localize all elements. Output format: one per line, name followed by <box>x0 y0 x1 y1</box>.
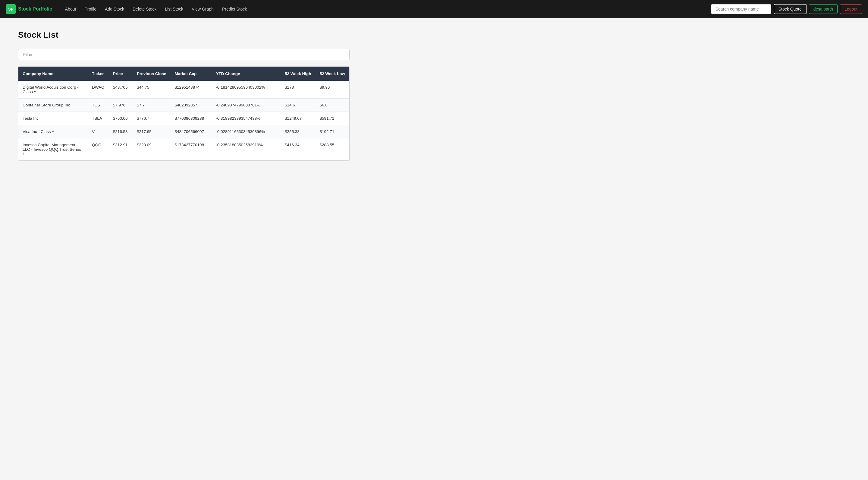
col-header-price: Price <box>109 67 133 81</box>
col-header-company-name: Company Name <box>19 67 88 81</box>
brand-logo-link[interactable]: SP Stock Portfolio <box>6 4 53 14</box>
search-input[interactable] <box>711 4 771 14</box>
table-row: Container Store Group IncTCS$7.976$7.7$4… <box>19 98 349 112</box>
cell-company: Container Store Group Inc <box>19 98 88 112</box>
col-header-52-week-high: 52 Week High <box>281 67 315 81</box>
nav-link-list-stock[interactable]: List Stock <box>161 4 187 14</box>
cell-prev-close: $776.7 <box>133 112 170 125</box>
col-header-market-cap: Market Cap <box>170 67 212 81</box>
navbar: SP Stock Portfolio About Profile Add Sto… <box>0 0 868 18</box>
cell-ytd-change: -0.3189823893547438% <box>212 112 281 125</box>
cell-market-cap: $173427770198 <box>170 139 212 161</box>
cell-52-week-low: $9.96 <box>315 81 349 98</box>
cell-ytd-change: -0.2489374799038781% <box>212 98 281 112</box>
stock-table: Company Name Ticker Price Previous Close… <box>19 67 349 160</box>
filter-container <box>18 49 850 60</box>
nav-link-predict-stock[interactable]: Predict Stock <box>218 4 250 14</box>
cell-market-cap: $770386309288 <box>170 112 212 125</box>
cell-52-week-high: $1249.07 <box>281 112 315 125</box>
nav-link-add-stock[interactable]: Add Stock <box>101 4 128 14</box>
cell-price: $312.91 <box>109 139 133 161</box>
col-header-52-week-low: 52 Week Low <box>315 67 349 81</box>
cell-price: $7.976 <box>109 98 133 112</box>
table-header-row: Company Name Ticker Price Previous Close… <box>19 67 349 81</box>
page-title: Stock List <box>18 30 850 40</box>
cell-52-week-high: $178 <box>281 81 315 98</box>
cell-market-cap: $484706566097 <box>170 125 212 139</box>
cell-price: $216.58 <box>109 125 133 139</box>
main-content: Stock List Company Name Ticker Price Pre… <box>0 18 868 480</box>
cell-52-week-high: $416.34 <box>281 139 315 161</box>
stock-quote-button[interactable]: Stock Quote <box>774 4 807 14</box>
cell-prev-close: $323.09 <box>133 139 170 161</box>
cell-52-week-low: $192.71 <box>315 125 349 139</box>
cell-ytd-change: -0.181428695596403002% <box>212 81 281 98</box>
username-button[interactable]: desaiparth <box>809 4 838 14</box>
cell-52-week-high: $255.38 <box>281 125 315 139</box>
cell-ticker: TCS <box>88 98 109 112</box>
cell-market-cap: $1295143874 <box>170 81 212 98</box>
cell-ticker: TSLA <box>88 112 109 125</box>
filter-input[interactable] <box>18 49 350 60</box>
cell-ytd-change: -0.028911663034530896% <box>212 125 281 139</box>
table-row: Tesla IncTSLA$750.06$776.7$770386309288-… <box>19 112 349 125</box>
table-row: Digital World Acquisition Corp - Class A… <box>19 81 349 98</box>
cell-company: Invesco Capital Management LLC - Invesco… <box>19 139 88 161</box>
nav-links: About Profile Add Stock Delete Stock Lis… <box>61 4 711 14</box>
cell-price: $750.06 <box>109 112 133 125</box>
nav-link-view-graph[interactable]: View Graph <box>188 4 217 14</box>
table-body: Digital World Acquisition Corp - Class A… <box>19 81 349 160</box>
cell-ticker: V <box>88 125 109 139</box>
cell-ytd-change: -0.23581803502582910% <box>212 139 281 161</box>
cell-prev-close: $44.75 <box>133 81 170 98</box>
nav-link-about[interactable]: About <box>61 4 80 14</box>
cell-prev-close: $7.7 <box>133 98 170 112</box>
table-row: Visa Inc - Class AV$216.58$217.65$484706… <box>19 125 349 139</box>
navbar-right: Stock Quote desaiparth Logout <box>711 4 862 14</box>
col-header-previous-close: Previous Close <box>133 67 170 81</box>
brand-logo: SP <box>6 4 16 14</box>
cell-52-week-low: $288.55 <box>315 139 349 161</box>
cell-company: Visa Inc - Class A <box>19 125 88 139</box>
cell-52-week-low: $591.71 <box>315 112 349 125</box>
cell-company: Digital World Acquisition Corp - Class A <box>19 81 88 98</box>
table-row: Invesco Capital Management LLC - Invesco… <box>19 139 349 161</box>
nav-link-delete-stock[interactable]: Delete Stock <box>129 4 160 14</box>
cell-52-week-high: $14.6 <box>281 98 315 112</box>
logout-button[interactable]: Logout <box>840 4 862 14</box>
cell-ticker: QQQ <box>88 139 109 161</box>
col-header-ticker: Ticker <box>88 67 109 81</box>
cell-market-cap: $402392357 <box>170 98 212 112</box>
brand-name: Stock Portfolio <box>18 6 53 12</box>
cell-prev-close: $217.65 <box>133 125 170 139</box>
cell-ticker: DWAC <box>88 81 109 98</box>
cell-52-week-low: $6.8 <box>315 98 349 112</box>
cell-price: $43.705 <box>109 81 133 98</box>
nav-link-profile[interactable]: Profile <box>81 4 100 14</box>
col-header-ytd-change: YTD Change <box>212 67 281 81</box>
stock-table-container: Company Name Ticker Price Previous Close… <box>18 66 350 161</box>
cell-company: Tesla Inc <box>19 112 88 125</box>
